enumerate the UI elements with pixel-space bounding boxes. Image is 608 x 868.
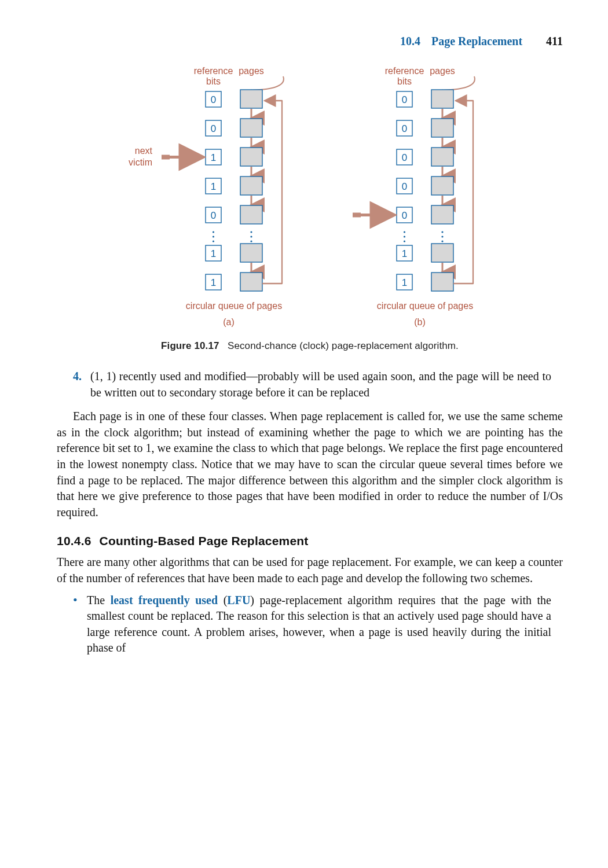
svg-point-24 xyxy=(250,236,252,237)
svg-point-27 xyxy=(213,240,214,242)
svg-text:0: 0 xyxy=(402,94,407,105)
svg-point-67 xyxy=(404,240,405,242)
svg-rect-13 xyxy=(240,148,262,166)
svg-text:1: 1 xyxy=(211,277,216,288)
figure-number: Figure 10.17 xyxy=(161,340,219,351)
bullet-item-lfu: • The least frequently used (LFU) page-r… xyxy=(73,593,551,656)
paren-close: ) xyxy=(250,594,259,606)
page: 10.4 Page Replacement 411 referencebitsp… xyxy=(0,0,608,868)
running-header: 10.4 Page Replacement 411 xyxy=(57,34,563,50)
svg-point-26 xyxy=(250,240,252,242)
svg-text:1: 1 xyxy=(402,248,407,259)
svg-rect-35 xyxy=(162,155,170,159)
svg-rect-34 xyxy=(240,273,262,291)
bullet-icon: • xyxy=(73,593,87,656)
section-title: Page Replacement xyxy=(431,35,522,47)
svg-point-23 xyxy=(213,231,214,233)
svg-rect-53 xyxy=(431,148,453,166)
clock-diagram: referencebitspages0011011nextvictimcircu… xyxy=(107,66,512,332)
list-item-4: 4. (1, 1) recently used and modified—pro… xyxy=(73,369,551,400)
svg-rect-21 xyxy=(240,205,262,224)
svg-text:next: next xyxy=(135,145,153,155)
svg-text:1: 1 xyxy=(211,181,216,192)
body-paragraph: Each page is in one of these four classe… xyxy=(57,409,563,520)
bullet-pre: The xyxy=(87,594,111,606)
svg-text:0: 0 xyxy=(211,209,216,220)
svg-text:(a): (a) xyxy=(223,317,235,327)
svg-text:reference: reference xyxy=(385,66,424,76)
svg-text:pages: pages xyxy=(239,66,264,76)
figure-caption: Figure 10.17 Second-chance (clock) page-… xyxy=(161,339,459,352)
svg-rect-5 xyxy=(240,90,262,108)
figure-caption-text: Second-chance (clock) page-replacement a… xyxy=(228,340,459,351)
svg-rect-75 xyxy=(353,212,361,217)
svg-text:circular queue of pages: circular queue of pages xyxy=(186,301,282,311)
svg-point-66 xyxy=(441,240,443,242)
term-lfu: least frequently used xyxy=(111,594,218,606)
svg-text:reference: reference xyxy=(194,66,233,76)
svg-text:0: 0 xyxy=(402,152,407,163)
svg-point-22 xyxy=(250,231,252,233)
paren-open: ( xyxy=(218,594,227,606)
svg-text:bits: bits xyxy=(397,76,412,86)
figure: referencebitspages0011011nextvictimcircu… xyxy=(57,66,563,352)
svg-point-65 xyxy=(404,236,405,237)
svg-rect-30 xyxy=(240,244,262,262)
svg-text:1: 1 xyxy=(211,152,216,163)
list-item-text: (1, 1) recently used and modified—probab… xyxy=(90,369,551,400)
svg-text:bits: bits xyxy=(206,76,221,86)
svg-text:1: 1 xyxy=(402,277,407,288)
svg-rect-61 xyxy=(431,205,453,224)
page-number: 411 xyxy=(546,35,563,47)
io-abbrev: I/O xyxy=(543,490,559,502)
svg-text:0: 0 xyxy=(211,123,216,134)
svg-rect-9 xyxy=(240,119,262,137)
svg-rect-70 xyxy=(431,244,453,262)
subsection-heading: 10.4.6Counting-Based Page Replacement xyxy=(57,533,563,550)
svg-point-63 xyxy=(404,231,405,233)
svg-rect-17 xyxy=(240,176,262,195)
acronym-lfu: LFU xyxy=(227,594,250,606)
svg-text:victim: victim xyxy=(129,157,152,167)
subsection-title: Counting-Based Page Replacement xyxy=(100,534,309,547)
svg-text:pages: pages xyxy=(430,66,455,76)
list-item-marker: 4. xyxy=(73,369,90,400)
svg-text:0: 0 xyxy=(402,181,407,192)
bullet-text: The least frequently used (LFU) page-rep… xyxy=(87,593,551,656)
section-number: 10.4 xyxy=(400,35,420,47)
svg-text:(b): (b) xyxy=(414,317,426,327)
subsection-number: 10.4.6 xyxy=(57,534,91,547)
svg-text:1: 1 xyxy=(211,248,216,259)
svg-rect-45 xyxy=(431,90,453,108)
svg-rect-57 xyxy=(431,176,453,195)
body-text-pre: Each page is in one of these four classe… xyxy=(57,410,563,502)
svg-text:0: 0 xyxy=(402,209,407,220)
svg-text:circular queue of pages: circular queue of pages xyxy=(377,301,473,311)
svg-text:0: 0 xyxy=(211,94,216,105)
svg-rect-74 xyxy=(431,273,453,291)
svg-point-62 xyxy=(441,231,443,233)
svg-rect-49 xyxy=(431,119,453,137)
svg-point-25 xyxy=(213,236,214,237)
svg-point-64 xyxy=(441,236,443,237)
svg-text:0: 0 xyxy=(402,123,407,134)
subsection-intro-paragraph: There are many other algorithms that can… xyxy=(57,554,563,586)
